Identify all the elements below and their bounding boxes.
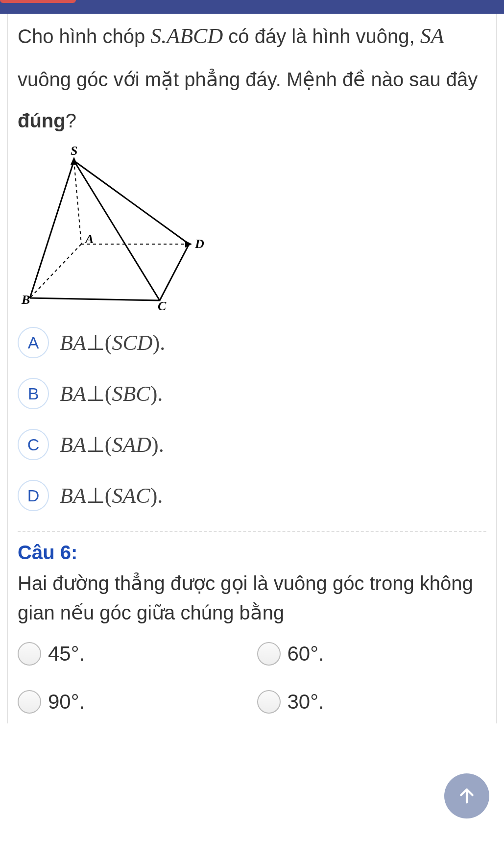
radio-icon xyxy=(18,690,41,714)
svg-line-3 xyxy=(30,298,160,300)
option-B[interactable]: B BA⊥(SBC). xyxy=(18,378,486,409)
radio-icon xyxy=(18,642,41,666)
option-C[interactable]: C BA⊥(SAD). xyxy=(18,429,486,460)
svg-line-1 xyxy=(74,161,160,300)
q5-bold-dung: đúng xyxy=(18,110,66,131)
option-badge-A: A xyxy=(18,327,49,358)
option-badge-C: C xyxy=(18,429,49,460)
svg-line-0 xyxy=(30,161,74,298)
q6-option-90[interactable]: 90°. xyxy=(18,690,247,714)
header-bar xyxy=(0,0,504,14)
radio-icon xyxy=(257,690,281,714)
question5-prompt: Cho hình chóp S.ABCD có đáy là hình vuôn… xyxy=(18,14,486,141)
question-divider xyxy=(18,531,486,532)
q6-option-30[interactable]: 30°. xyxy=(257,690,487,714)
q6-option-45[interactable]: 45°. xyxy=(18,642,247,666)
question6-prompt: Hai đường thẳng được gọi là vuông góc tr… xyxy=(18,569,486,627)
svg-line-5 xyxy=(74,161,81,244)
figure-label-C: C xyxy=(158,299,167,310)
q5-options: A BA⊥(SCD). B BA⊥(SBC). C BA⊥(SAD). D BA… xyxy=(18,327,486,511)
option-text-B: BA⊥(SBC). xyxy=(60,381,163,406)
q5-text-2: có đáy là hình vuông, xyxy=(223,25,420,47)
figure-label-B: B xyxy=(21,293,30,307)
option-badge-D: D xyxy=(18,480,49,511)
q6-option-label-45: 45°. xyxy=(48,642,85,666)
option-text-D: BA⊥(SAC). xyxy=(60,483,163,508)
option-A[interactable]: A BA⊥(SCD). xyxy=(18,327,486,358)
figure-label-D: D xyxy=(194,237,204,251)
q6-option-label-60: 60°. xyxy=(288,642,324,666)
figure-label-A: A xyxy=(84,232,94,246)
svg-line-4 xyxy=(160,244,189,300)
figure-label-S: S xyxy=(71,146,77,158)
q5-text-1: Cho hình chóp xyxy=(18,25,150,47)
q5-text-3: vuông góc với mặt phẳng đáy. Mệnh đề nào… xyxy=(18,69,478,90)
q6-option-label-90: 90°. xyxy=(48,690,85,714)
q6-option-60[interactable]: 60°. xyxy=(257,642,487,666)
q5-text-4: ? xyxy=(66,110,76,131)
option-D[interactable]: D BA⊥(SAC). xyxy=(18,480,486,511)
option-text-C: BA⊥(SAD). xyxy=(60,432,164,457)
q5-math-SABCD: S.ABCD xyxy=(150,24,223,48)
option-badge-B: B xyxy=(18,378,49,409)
pyramid-figure: S A B C D xyxy=(18,146,486,312)
radio-icon xyxy=(257,642,281,666)
svg-line-6 xyxy=(30,244,81,298)
question6-label: Câu 6: xyxy=(18,542,486,564)
option-text-A: BA⊥(SCD). xyxy=(60,330,165,355)
q5-math-SA: SA xyxy=(420,24,444,48)
red-tab-indicator xyxy=(0,0,76,3)
q6-options: 45°. 60°. 90°. 30°. xyxy=(18,642,486,714)
svg-marker-8 xyxy=(71,157,77,165)
q6-option-label-30: 30°. xyxy=(288,690,324,714)
question-card: Cho hình chóp S.ABCD có đáy là hình vuôn… xyxy=(7,14,497,723)
